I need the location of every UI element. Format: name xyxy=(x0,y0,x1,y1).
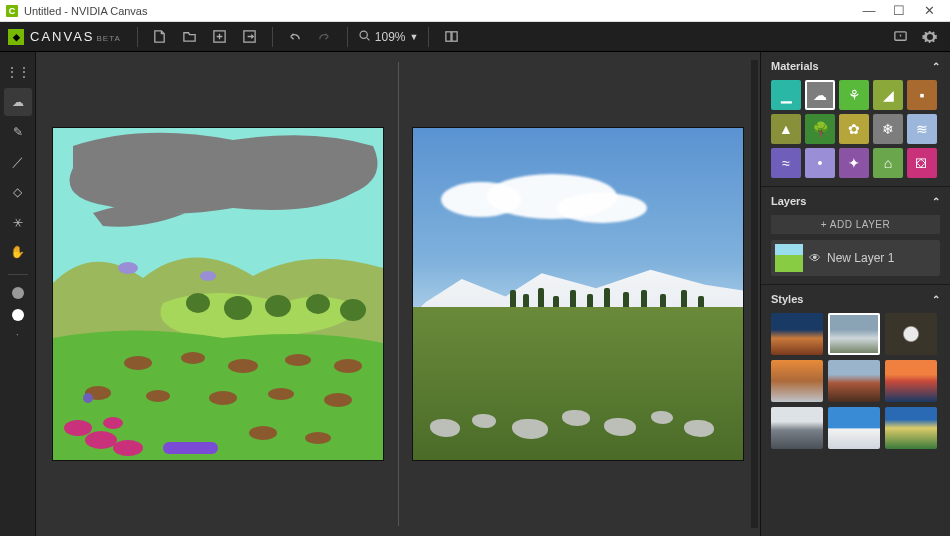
scrollbar[interactable] xyxy=(751,60,758,528)
layer-row[interactable]: 👁New Layer 1 xyxy=(771,240,940,276)
brand: ◆ CANVAS BETA xyxy=(8,29,121,45)
styles-section: Styles ⌃ xyxy=(761,285,950,457)
material-dirt[interactable]: ▪ xyxy=(907,80,937,110)
collapse-icon[interactable]: ⌃ xyxy=(932,294,940,305)
material-snow[interactable]: ❄ xyxy=(873,114,903,144)
nvidia-logo-icon: ◆ xyxy=(8,29,24,45)
style-cave[interactable] xyxy=(885,313,937,355)
svg-point-15 xyxy=(181,352,205,364)
svg-point-17 xyxy=(285,354,311,366)
more-icon[interactable]: · xyxy=(16,327,19,341)
visibility-icon[interactable]: 👁 xyxy=(809,251,821,265)
svg-point-23 xyxy=(324,393,352,407)
eyedropper-icon[interactable]: ⚹ xyxy=(4,208,32,236)
add-layer-button[interactable]: + ADD LAYER xyxy=(771,215,940,234)
maximize-button[interactable]: ☐ xyxy=(884,3,914,18)
materials-section: Materials ⌃ ▁☁⚘◢▪▲🌳✿❄≋≈•✦⌂⛋ xyxy=(761,52,950,187)
svg-point-28 xyxy=(113,440,143,456)
svg-point-22 xyxy=(268,388,294,400)
svg-rect-31 xyxy=(163,442,218,454)
style-cloudy-day[interactable] xyxy=(828,313,880,355)
svg-point-16 xyxy=(228,359,258,373)
material-water[interactable]: ≋ xyxy=(907,114,937,144)
layers-section: Layers ⌃ + ADD LAYER 👁New Layer 1 xyxy=(761,187,950,285)
svg-point-26 xyxy=(64,420,92,436)
layers-title: Layers xyxy=(771,195,806,207)
svg-point-30 xyxy=(83,393,93,403)
new-file-button[interactable] xyxy=(148,25,172,49)
panel-divider[interactable] xyxy=(398,62,399,526)
toolstrip: ⋮⋮☁✎／◇⚹✋· xyxy=(0,52,36,536)
material-hill[interactable]: ◢ xyxy=(873,80,903,110)
apps-icon[interactable]: ⋮⋮ xyxy=(4,58,32,86)
canvas-area xyxy=(36,52,760,536)
svg-point-27 xyxy=(85,431,117,449)
svg-point-14 xyxy=(124,356,152,370)
style-grey-mtn[interactable] xyxy=(771,407,823,449)
cloud-icon[interactable]: ☁ xyxy=(4,88,32,116)
material-bush[interactable]: ✿ xyxy=(839,114,869,144)
undo-button[interactable] xyxy=(283,25,307,49)
color-swatch[interactable] xyxy=(12,287,24,299)
material-cloud[interactable]: ☁ xyxy=(805,80,835,110)
app-toolbar: ◆ CANVAS BETA 109% ▼ xyxy=(0,22,950,52)
svg-point-8 xyxy=(200,271,216,281)
collapse-icon[interactable]: ⌃ xyxy=(932,61,940,72)
right-panel: Materials ⌃ ▁☁⚘◢▪▲🌳✿❄≋≈•✦⌂⛋ Layers ⌃ + A… xyxy=(760,52,950,536)
styles-title: Styles xyxy=(771,293,803,305)
feedback-button[interactable] xyxy=(888,25,912,49)
redo-button[interactable] xyxy=(313,25,337,49)
svg-point-2 xyxy=(360,31,367,38)
svg-point-10 xyxy=(224,296,252,320)
material-horizon[interactable]: ▁ xyxy=(771,80,801,110)
zoom-icon xyxy=(358,29,371,45)
window-title: Untitled - NVIDIA Canvas xyxy=(24,5,854,17)
separator xyxy=(272,27,273,47)
export-button[interactable] xyxy=(238,25,262,49)
material-mountain[interactable]: ▲ xyxy=(771,114,801,144)
style-desert-sunset[interactable] xyxy=(771,313,823,355)
material-rock[interactable]: ⛋ xyxy=(907,148,937,178)
svg-point-25 xyxy=(305,432,331,444)
segmentation-canvas[interactable] xyxy=(53,128,383,460)
split-view-button[interactable] xyxy=(439,25,463,49)
generated-output[interactable] xyxy=(413,128,743,460)
close-button[interactable]: ✕ xyxy=(914,3,944,18)
style-ocean-sunset[interactable] xyxy=(885,360,937,402)
layer-thumb xyxy=(775,244,803,272)
minimize-button[interactable]: — xyxy=(854,3,884,18)
zoom-dropdown-icon[interactable]: ▼ xyxy=(410,32,419,42)
brush-icon[interactable]: ✎ xyxy=(4,118,32,146)
material-building[interactable]: ⌂ xyxy=(873,148,903,178)
app-favicon: C xyxy=(6,5,18,17)
brand-name: CANVAS xyxy=(30,29,95,44)
svg-point-24 xyxy=(249,426,277,440)
collapse-icon[interactable]: ⌃ xyxy=(932,196,940,207)
eraser-icon[interactable]: ◇ xyxy=(4,178,32,206)
material-tree[interactable]: 🌳 xyxy=(805,114,835,144)
open-file-button[interactable] xyxy=(178,25,202,49)
beta-badge: BETA xyxy=(97,34,121,43)
separator xyxy=(8,274,28,275)
svg-point-9 xyxy=(186,293,210,313)
svg-point-20 xyxy=(146,390,170,402)
style-blue-sky[interactable] xyxy=(828,407,880,449)
pencil-icon[interactable]: ／ xyxy=(4,148,32,176)
layer-name: New Layer 1 xyxy=(827,251,894,265)
separator xyxy=(347,27,348,47)
material-fog[interactable]: • xyxy=(805,148,835,178)
svg-point-7 xyxy=(118,262,138,274)
style-fog-sunset[interactable] xyxy=(771,360,823,402)
titlebar: C Untitled - NVIDIA Canvas — ☐ ✕ xyxy=(0,0,950,22)
settings-button[interactable] xyxy=(918,25,942,49)
hand-icon[interactable]: ✋ xyxy=(4,238,32,266)
color-swatch[interactable] xyxy=(12,309,24,321)
zoom-value: 109% xyxy=(375,30,406,44)
style-alpine[interactable] xyxy=(885,407,937,449)
separator xyxy=(428,27,429,47)
import-button[interactable] xyxy=(208,25,232,49)
material-sparkle[interactable]: ✦ xyxy=(839,148,869,178)
material-sea[interactable]: ≈ xyxy=(771,148,801,178)
material-grass[interactable]: ⚘ xyxy=(839,80,869,110)
style-red-peak[interactable] xyxy=(828,360,880,402)
